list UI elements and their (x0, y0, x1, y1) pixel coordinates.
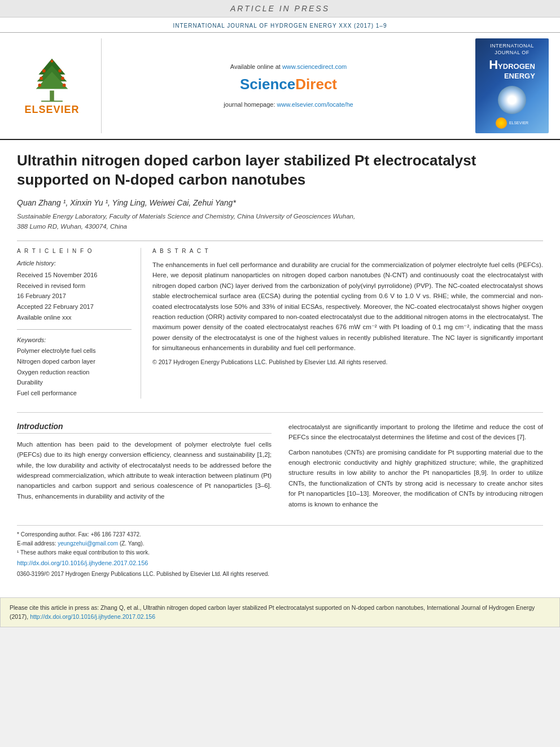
cover-subtitle: International Journal of (480, 43, 544, 56)
svg-point-5 (42, 69, 46, 73)
revised-date: 16 February 2017 (17, 291, 132, 302)
main-content: Ultrathin nitrogen doped carbon layer st… (0, 140, 560, 588)
svg-rect-0 (50, 90, 54, 101)
body-section: Introduction Much attention has been pai… (17, 412, 543, 514)
elsevier-brand-text: ELSEVIER (24, 104, 79, 116)
sciencedirect-url[interactable]: www.sciencedirect.com (282, 63, 347, 70)
page: ARTICLE IN PRESS INTERNATIONAL JOURNAL O… (0, 0, 560, 627)
journal-homepage: journal homepage: www.elsevier.com/locat… (224, 101, 353, 108)
available-online-text: Available online at www.sciencedirect.co… (230, 63, 347, 70)
citation-doi-link[interactable]: http://dx.doi.org/10.1016/j.ijhydene.201… (30, 613, 155, 620)
received-date: Received 15 November 2016 (17, 270, 132, 281)
keywords-title: Keywords: (17, 337, 132, 343)
body-two-col: Introduction Much attention has been pai… (17, 422, 543, 514)
affiliation-line1: Sustainable Energy Laboratory, Faculty o… (17, 213, 355, 220)
top-section: ELSEVIER Available online at www.science… (0, 33, 560, 140)
center-info: Available online at www.sciencedirect.co… (102, 38, 475, 133)
info-abstract-section: A R T I C L E I N F O Article history: R… (17, 248, 543, 399)
keywords-list: Polymer electrolyte fuel cellsNitrogen d… (17, 346, 132, 398)
citation-text: Please cite this article in press as: Zh… (10, 604, 550, 622)
body-left-column: Introduction Much attention has been pai… (17, 422, 272, 514)
journal-header-line: INTERNATIONAL JOURNAL OF HYDROGEN ENERGY… (0, 18, 560, 33)
article-info-heading: A R T I C L E I N F O (17, 248, 132, 254)
copyright-line: © 2017 Hydrogen Energy Publications LLC.… (152, 359, 543, 365)
corresponding-author: * Corresponding author. Fax: +86 186 723… (17, 530, 543, 539)
cover-title: HYDROGENENERGY (489, 58, 535, 80)
citation-bar: Please cite this article in press as: Zh… (0, 597, 560, 628)
svg-point-9 (38, 84, 41, 87)
keyword-item: Nitrogen doped carbon layer (17, 356, 132, 367)
keyword-item: Oxygen reduction reaction (17, 367, 132, 378)
article-title: Ultrathin nitrogen doped carbon layer st… (17, 151, 543, 190)
elsevier-logo-area: ELSEVIER (11, 38, 102, 133)
affiliation: Sustainable Energy Laboratory, Faculty o… (17, 212, 543, 231)
cover-globe-icon (498, 86, 526, 114)
keyword-item: Polymer electrolyte fuel cells (17, 346, 132, 356)
email-link[interactable]: yeungzehui@gmail.com (58, 540, 118, 547)
affiliation-line2: 388 Lumo RD, Wuhan, 430074, China (17, 223, 127, 230)
hydrogen-energy-cover: International Journal of HYDROGENENERGY … (475, 38, 549, 133)
divider-1 (17, 241, 543, 241)
article-in-press-banner: ARTICLE IN PRESS (0, 0, 560, 18)
svg-point-10 (63, 84, 66, 87)
intro-paragraph2: electrocatalyst are significantly import… (288, 422, 543, 509)
footnote-section: * Corresponding author. Fax: +86 186 723… (17, 525, 543, 577)
journal-header-text: INTERNATIONAL JOURNAL OF HYDROGEN ENERGY… (173, 23, 387, 29)
article-info-column: A R T I C L E I N F O Article history: R… (17, 248, 141, 399)
elsevier-tree-icon (29, 56, 75, 104)
rights-text: 0360-3199/© 2017 Hydrogen Energy Publica… (17, 571, 543, 577)
authors-line: Quan Zhang ¹, Xinxin Yu ¹, Ying Ling, We… (17, 198, 543, 207)
keyword-item: Fuel cell performance (17, 388, 132, 399)
received-revised-label: Received in revised form (17, 281, 132, 291)
intro-paragraph1: Much attention has been paid to the deve… (17, 439, 272, 501)
svg-point-8 (61, 77, 64, 80)
divider-keywords (17, 329, 132, 330)
accepted-date: Accepted 22 February 2017 (17, 302, 132, 312)
svg-point-11 (51, 60, 54, 63)
equal-contribution: ¹ These authors make equal contribution … (17, 548, 543, 557)
abstract-text: The enhancements in fuel cell performanc… (152, 260, 543, 353)
sciencedirect-logo: ScienceDirect (240, 76, 337, 93)
article-in-press-text: ARTICLE IN PRESS (230, 4, 330, 13)
svg-point-7 (40, 77, 43, 80)
journal-homepage-url[interactable]: www.elsevier.com/locate/he (277, 101, 353, 108)
keyword-item: Durability (17, 377, 132, 388)
email-footnote: E-mail address: yeungzehui@gmail.com (Z.… (17, 539, 543, 548)
doi-link[interactable]: http://dx.doi.org/10.1016/j.ijhydene.201… (17, 560, 148, 566)
body-right-column: electrocatalyst are significantly import… (288, 422, 543, 514)
available-online-xxx: Available online xxx (17, 312, 132, 323)
article-history-title: Article history: (17, 260, 132, 267)
svg-point-6 (58, 69, 62, 73)
abstract-column: A B S T R A C T The enhancements in fuel… (152, 248, 543, 399)
introduction-heading: Introduction (17, 422, 272, 434)
abstract-heading: A B S T R A C T (152, 248, 543, 254)
